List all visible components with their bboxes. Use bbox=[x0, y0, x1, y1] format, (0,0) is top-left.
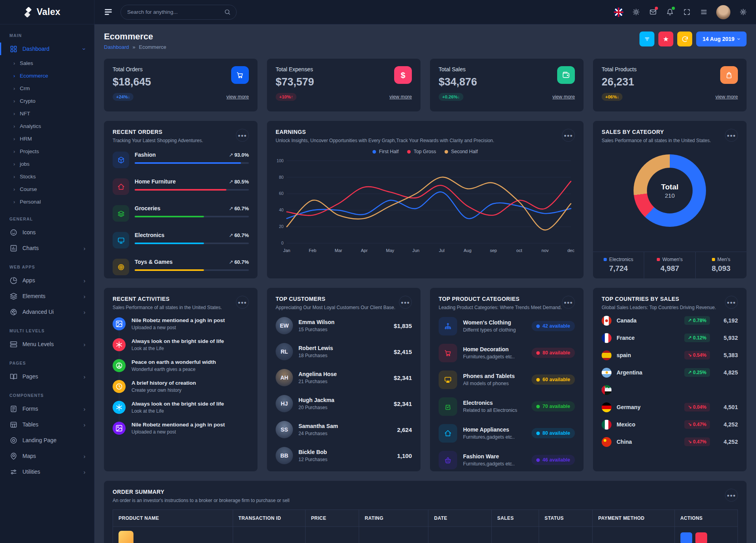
country-row[interactable]: China ↘ 0.47% 4,252 bbox=[593, 433, 747, 450]
product-category-row[interactable]: Home Appliances Furnitures,gadgets etc..… bbox=[430, 420, 584, 447]
delete-button[interactable] bbox=[695, 532, 707, 543]
card-menu-icon[interactable]: ●●● bbox=[725, 489, 738, 502]
country-row[interactable]: Germany ↘ 0.04% 4,501 bbox=[593, 398, 747, 416]
view-more-link[interactable]: view more bbox=[552, 94, 575, 100]
country-row[interactable]: Canada ↗ 0.78% 6,192 bbox=[593, 312, 747, 329]
activity-row[interactable]: Always look on the bright side of life L… bbox=[113, 397, 249, 418]
card-menu-icon[interactable]: ●●● bbox=[725, 296, 738, 309]
sidebar-item-advanced-ui[interactable]: Advanced Ui › bbox=[0, 304, 94, 320]
table-header-cell[interactable]: PRODUCT NAME bbox=[113, 510, 233, 527]
country-row[interactable]: spain ↘ 0.54% 5,383 bbox=[593, 347, 747, 364]
sidebar-item-crypto[interactable]: ›Crypto bbox=[0, 95, 94, 107]
sidebar-item-ecommerce[interactable]: ›Ecommerce bbox=[0, 69, 94, 82]
table-row[interactable] bbox=[113, 527, 738, 543]
fullscreen-icon[interactable] bbox=[682, 8, 691, 17]
card-menu-icon[interactable]: ●●● bbox=[562, 296, 575, 309]
table-header-cell[interactable]: RATING bbox=[359, 510, 428, 527]
sidebar-item-hrm[interactable]: ›HRM bbox=[0, 132, 94, 145]
order-category-row[interactable]: Groceries ↗60.7% bbox=[104, 200, 258, 227]
theme-sun-icon[interactable] bbox=[632, 8, 640, 17]
sidebar-item-stocks[interactable]: ›Stocks bbox=[0, 170, 94, 183]
table-header-cell[interactable]: PAYMENT METHOD bbox=[593, 510, 674, 527]
country-row[interactable]: Uae ↗ 0.56% 4,527 bbox=[593, 381, 747, 398]
sidebar-item-icons[interactable]: Icons bbox=[0, 224, 94, 240]
avatar[interactable] bbox=[716, 5, 730, 19]
order-category-row[interactable]: Toys & Games ↗60.7% bbox=[104, 254, 258, 280]
country-row[interactable]: Mexico ↘ 0.47% 4,252 bbox=[593, 416, 747, 433]
sidebar-item-projects[interactable]: ›Projects bbox=[0, 145, 94, 158]
gear-icon[interactable] bbox=[739, 8, 747, 17]
sidebar-item-dashboard[interactable]: Dashboard › bbox=[0, 41, 94, 57]
customer-row[interactable]: HJ Hugh Jackma 20 Purchases $2,341 bbox=[267, 391, 421, 417]
global-search[interactable] bbox=[120, 5, 237, 20]
sidebar-item-maps[interactable]: Maps › bbox=[0, 448, 94, 464]
product-category-row[interactable]: Fashion Ware Furnitures,gadgets etc.. 46… bbox=[430, 447, 584, 473]
sidebar-item-crm[interactable]: ›Crm bbox=[0, 82, 94, 95]
customer-row[interactable]: AH Angelina Hose 21 Purchases $2,341 bbox=[267, 365, 421, 391]
uk-flag-icon[interactable] bbox=[614, 7, 623, 17]
view-more-link[interactable]: view more bbox=[389, 94, 412, 100]
customer-row[interactable]: BB Bickle Bob 12 Purchases 1,100 bbox=[267, 443, 421, 469]
brand-name: Valex bbox=[37, 7, 60, 17]
activity-row[interactable]: A brief history of creation Create your … bbox=[113, 376, 249, 397]
sidebar-item-tables[interactable]: Tables › bbox=[0, 417, 94, 432]
search-input[interactable] bbox=[127, 9, 218, 15]
product-category-row[interactable]: Home Decoration Furnitures,gadgets etc..… bbox=[430, 339, 584, 366]
card-menu-icon[interactable]: ●●● bbox=[236, 296, 249, 309]
edit-button[interactable] bbox=[680, 532, 692, 543]
sidebar-item-landing-page[interactable]: Landing Page bbox=[0, 432, 94, 448]
sidebar-item-apps[interactable]: Apps › bbox=[0, 272, 94, 288]
card-menu-icon[interactable]: ●●● bbox=[399, 296, 412, 309]
refresh-button[interactable] bbox=[677, 32, 692, 46]
sidebar-item-course[interactable]: ›Course bbox=[0, 183, 94, 195]
sidebar-item-utilities[interactable]: Utilities › bbox=[0, 464, 94, 480]
breadcrumb-parent[interactable]: Dashboard bbox=[104, 44, 129, 50]
sidebar-item-elements[interactable]: Elements › bbox=[0, 288, 94, 304]
table-header-cell[interactable]: ACTIONS bbox=[674, 510, 737, 527]
activity-row[interactable]: Nile Robetz mentioned a jogh in post Upl… bbox=[113, 313, 249, 334]
brand-logo[interactable]: Valex bbox=[0, 0, 94, 24]
view-more-link[interactable]: view more bbox=[715, 94, 738, 100]
table-header-cell[interactable]: SALES bbox=[491, 510, 539, 527]
sidebar-item-forms[interactable]: Forms › bbox=[0, 401, 94, 417]
sidebar-item-personal[interactable]: ›Personal bbox=[0, 195, 94, 208]
customer-purchases: 18 Purchases bbox=[298, 353, 333, 358]
sidebar-item-nft[interactable]: ›NFT bbox=[0, 107, 94, 120]
table-header-cell[interactable]: TRANSACTION ID bbox=[233, 510, 305, 527]
sidebar-item-pages[interactable]: Pages › bbox=[0, 369, 94, 384]
table-header-cell[interactable]: DATE bbox=[428, 510, 491, 527]
card-menu-icon[interactable]: ●●● bbox=[725, 129, 738, 142]
mail-icon[interactable] bbox=[649, 8, 657, 17]
product-category-row[interactable]: Electronics Related to all Electronics 7… bbox=[430, 393, 584, 420]
sidebar-item-sales[interactable]: ›Sales bbox=[0, 57, 94, 69]
card-menu-icon[interactable]: ●●● bbox=[562, 129, 575, 142]
sidebar-item-menu-levels[interactable]: Menu Levels › bbox=[0, 336, 94, 352]
product-category-row[interactable]: Women's Clothing Differnt types of cloth… bbox=[430, 313, 584, 339]
card-menu-icon[interactable]: ●●● bbox=[236, 129, 249, 142]
table-header-cell[interactable]: STATUS bbox=[539, 510, 593, 527]
product-category-row[interactable]: Phones and Tablets All models of phones … bbox=[430, 366, 584, 393]
order-category-row[interactable]: Electronics ↗60.7% bbox=[104, 227, 258, 254]
search-icon[interactable] bbox=[224, 9, 231, 15]
sidebar-item-analytics[interactable]: ›Analytics bbox=[0, 120, 94, 132]
country-row[interactable]: France ↗ 0.12% 5,932 bbox=[593, 329, 747, 347]
date-picker-button[interactable]: 14 Aug 2019› bbox=[696, 32, 747, 46]
star-button[interactable]: ★ bbox=[658, 32, 673, 46]
country-row[interactable]: Argentina ↗ 0.25% 4,825 bbox=[593, 364, 747, 381]
customer-row[interactable]: RL Robert Lewis 18 Purchases $2,415 bbox=[267, 339, 421, 365]
activity-row[interactable]: Peace on earth a wonderful width Wonderf… bbox=[113, 355, 249, 376]
bell-icon[interactable] bbox=[665, 8, 674, 17]
sidebar-item-jobs[interactable]: ›jobs bbox=[0, 158, 94, 170]
activity-row[interactable]: Always look on the bright side of life L… bbox=[113, 334, 249, 355]
customer-row[interactable]: SS Samantha Sam 24 Purchases 2,624 bbox=[267, 417, 421, 443]
filter-button[interactable] bbox=[639, 32, 654, 46]
table-header-cell[interactable]: PRICE bbox=[305, 510, 359, 527]
menu-icon[interactable] bbox=[699, 8, 708, 17]
sidebar-item-charts[interactable]: Charts › bbox=[0, 240, 94, 256]
customer-row[interactable]: EW Emma Wilson 15 Purchases $1,835 bbox=[267, 313, 421, 339]
order-category-row[interactable]: Home Furniture ↗80.5% bbox=[104, 173, 258, 200]
activity-row[interactable]: Nile Robetz mentioned a jogh in post Upl… bbox=[113, 418, 249, 439]
order-category-row[interactable]: Fashion ↗93.0% bbox=[104, 146, 258, 173]
sidebar-toggle-icon[interactable] bbox=[103, 7, 113, 17]
view-more-link[interactable]: view more bbox=[226, 94, 249, 100]
